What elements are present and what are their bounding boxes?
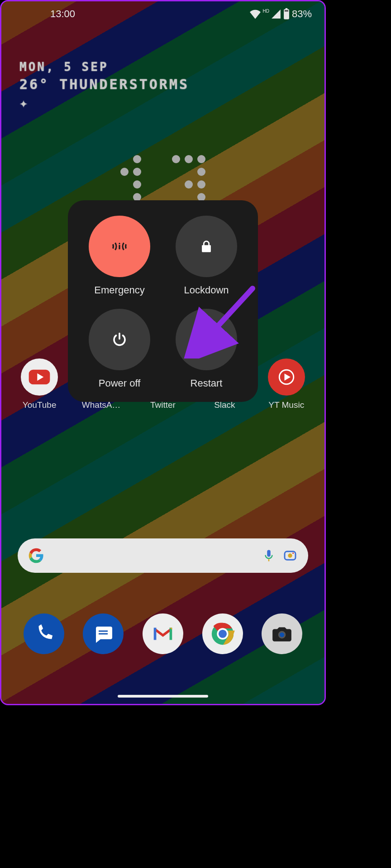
power-icon	[89, 309, 150, 370]
weather-temp: 26° THUNDERSTORMS	[19, 76, 189, 92]
power-off-label: Power off	[99, 377, 141, 389]
cellular-icon	[271, 9, 281, 19]
google-g-icon	[29, 548, 44, 563]
lightning-icon: ✦	[19, 95, 189, 111]
restart-label: Restart	[191, 377, 223, 389]
battery-icon	[283, 8, 290, 20]
lockdown-button[interactable]: Lockdown	[166, 216, 247, 296]
mic-icon[interactable]	[262, 549, 276, 562]
svg-rect-2	[285, 10, 288, 12]
emergency-icon	[89, 216, 150, 277]
svg-point-25	[280, 632, 284, 637]
dock-gmail[interactable]	[143, 613, 183, 654]
svg-rect-16	[292, 552, 294, 554]
restart-button[interactable]: Restart	[166, 309, 247, 389]
yt-music-icon	[268, 359, 305, 396]
gmail-icon	[151, 622, 175, 646]
status-clock: 13:00	[50, 8, 75, 20]
gesture-nav-bar[interactable]	[118, 695, 208, 698]
emergency-label: Emergency	[94, 284, 144, 296]
svg-point-3	[119, 243, 120, 244]
app-label: YT Music	[268, 400, 304, 410]
lockdown-label: Lockdown	[184, 284, 229, 296]
camera-icon	[271, 623, 293, 645]
chrome-icon	[210, 621, 236, 647]
wifi-icon	[249, 9, 261, 19]
youtube-icon	[21, 359, 58, 396]
weather-widget[interactable]: MON, 5 SEP 26° THUNDERSTORMS ✦	[19, 60, 189, 111]
phone-icon	[33, 623, 54, 644]
google-search-bar[interactable]	[18, 538, 308, 573]
lock-icon	[176, 216, 237, 277]
dock-messages[interactable]	[83, 613, 124, 654]
messages-icon	[92, 623, 114, 645]
battery-pct: 83%	[292, 8, 312, 20]
hd-badge: HD	[263, 9, 269, 14]
dock	[1, 613, 324, 654]
svg-point-15	[288, 553, 292, 557]
app-yt-music[interactable]: YT Music	[259, 359, 314, 410]
power-off-button[interactable]: Power off	[79, 309, 160, 389]
dock-phone[interactable]	[24, 613, 64, 654]
app-label: YouTube	[23, 400, 57, 410]
lens-icon[interactable]	[283, 548, 297, 563]
svg-rect-19	[154, 628, 157, 640]
status-bar: 13:00 HD 83%	[1, 1, 324, 27]
weather-date: MON, 5 SEP	[19, 60, 189, 74]
svg-rect-20	[170, 628, 172, 640]
svg-rect-1	[286, 8, 288, 10]
dock-chrome[interactable]	[202, 613, 243, 654]
app-youtube[interactable]: YouTube	[12, 359, 67, 410]
restart-icon	[176, 309, 237, 370]
emergency-button[interactable]: Emergency	[79, 216, 160, 296]
dock-camera[interactable]	[262, 613, 302, 654]
power-menu: Emergency Lockdown Power off Restart	[68, 200, 258, 402]
svg-rect-13	[268, 559, 270, 561]
